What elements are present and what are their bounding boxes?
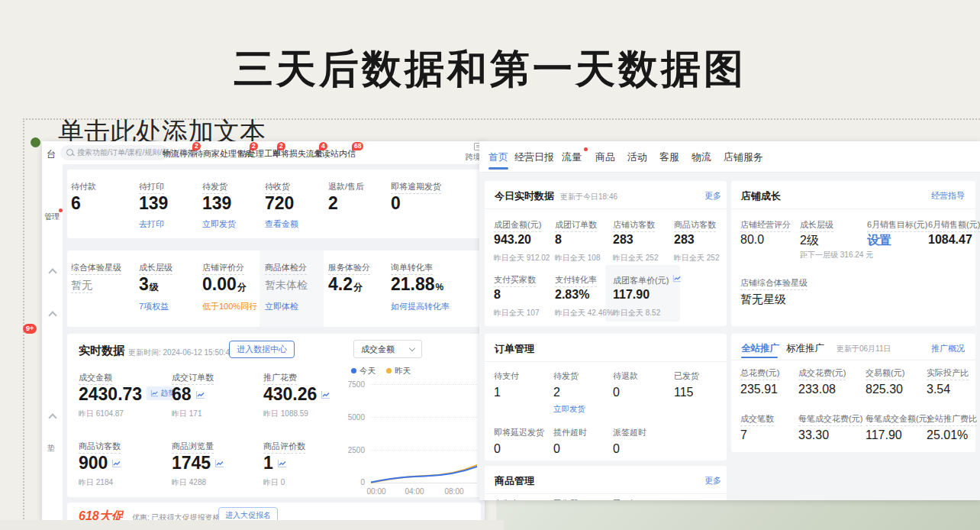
order-value: 115: [674, 386, 694, 399]
today-card-updated: 更新于今日18:46: [560, 192, 617, 202]
todo-value: 139: [202, 193, 231, 214]
check-now-link[interactable]: 立即体检: [265, 301, 298, 312]
metric-value: 80.0: [740, 233, 764, 247]
nav-logistics-stalled[interactable]: 物流停滞2: [163, 148, 196, 160]
ship-now-link[interactable]: 立即发货: [202, 218, 236, 230]
metric-label: 商品访客数: [79, 441, 121, 454]
score-card: 综合体验星级 暂无 成长层级 3级 7项权益 店铺评价分 0.00分 低于100…: [67, 250, 481, 327]
tab-shop-service[interactable]: 店铺服务: [724, 150, 763, 164]
sidebar-item-partial[interactable]: 垫: [47, 443, 55, 454]
chart-metric-select[interactable]: 成交金额: [353, 340, 422, 358]
below-peers-warning[interactable]: 低于100%同行: [202, 301, 257, 312]
metric-label: 成长层级: [800, 219, 833, 232]
score-value: 3: [139, 274, 149, 294]
metric-label: 6月销售额(元): [928, 219, 980, 232]
legend-dot-yesterday: [386, 368, 392, 373]
metric-label: 店铺访客数: [613, 219, 655, 232]
more-link[interactable]: 更多: [704, 475, 721, 486]
chevron-up-icon[interactable]: [48, 413, 56, 422]
legend-today[interactable]: 今天: [351, 366, 376, 376]
today-card-title: 今日实时数据: [495, 189, 554, 203]
todo-label: 退款/售后: [328, 181, 364, 192]
metric-sub: 昨日 4288: [172, 477, 206, 488]
order-value: 0: [494, 442, 501, 456]
gridline: [371, 384, 477, 385]
metric-label: 成交金额: [79, 372, 112, 385]
y-tick: 2500: [336, 446, 365, 454]
metric-label: 商品浏览量: [172, 441, 214, 454]
ads-value: 25.01%: [927, 428, 968, 442]
metric-label: 支付买家数: [494, 274, 536, 287]
todo-label: 待收货: [265, 181, 290, 194]
metric-label: 推广花费: [263, 372, 297, 385]
metric-value: 2430.73: [79, 384, 142, 404]
more-link[interactable]: 更多: [704, 190, 721, 202]
ship-now-link[interactable]: 立即发货: [553, 404, 585, 415]
chevron-up-icon[interactable]: [48, 268, 56, 276]
tab-daily-report[interactable]: 经营日报: [514, 150, 554, 164]
bottom-gray-band: [0, 520, 504, 530]
goods-label-partial: 出售中: [494, 498, 519, 500]
tab-goods[interactable]: 商品: [595, 150, 615, 164]
order-label: 待支付: [494, 370, 519, 382]
ads-label: 总花费(元): [740, 367, 779, 380]
order-label: 即将延迟发货: [494, 427, 544, 438]
todo-value: 720: [265, 193, 294, 214]
order-value: 0: [613, 386, 620, 399]
tab-standard-promo[interactable]: 标准推广: [786, 342, 824, 355]
ads-value: 825.30: [866, 383, 903, 396]
ads-value: 7: [740, 428, 747, 442]
star-level-label: 店铺综合体验星级: [740, 277, 808, 290]
tab-logistics[interactable]: 物流: [691, 150, 711, 164]
sidebar-red-dot: [59, 208, 63, 212]
legend-yesterday[interactable]: 昨天: [386, 366, 411, 376]
metric-sub: 昨日全天 108: [555, 253, 600, 263]
trend-icon: [111, 459, 121, 468]
metric-value: 1084.47: [928, 233, 972, 247]
tab-service[interactable]: 客服: [659, 150, 679, 164]
nav-unread-messages[interactable]: 未读站内信68: [314, 148, 356, 160]
sidebar-notification-badge: 9+: [23, 324, 37, 334]
ads-value: 235.91: [740, 383, 778, 396]
ads-label: 成交花费(元): [798, 367, 846, 380]
metric-sub: 昨日全天 252: [674, 253, 719, 263]
search-input[interactable]: 搜索功能/订单/课程/规则/帮助/服务: [60, 145, 169, 160]
goods-management-card: 商品管理 更多 出售中 已售罄 已下架: [485, 466, 727, 500]
todo-value: 139: [139, 193, 168, 214]
score-value: 暂未体检: [265, 279, 308, 292]
sidebar-item-manage[interactable]: 管理: [44, 212, 60, 222]
tab-home[interactable]: 首页: [488, 150, 508, 164]
divider: [485, 208, 727, 209]
score-label: 商品体检分: [265, 262, 307, 275]
todo-label: 待发货: [202, 181, 227, 194]
business-guide-link[interactable]: 经营指导: [931, 190, 965, 202]
metric-value: 430.26: [263, 384, 317, 404]
tab-activity[interactable]: 活动: [627, 150, 647, 164]
metric-value: 1745: [172, 453, 211, 473]
chevron-up-icon[interactable]: [48, 311, 56, 319]
score-label: 店铺评价分: [202, 262, 244, 275]
legend-dot-today: [351, 368, 356, 373]
rights-link[interactable]: 7项权益: [139, 301, 169, 312]
view-amount-link[interactable]: 查看金额: [265, 218, 298, 230]
tab-sitewide-promo[interactable]: 全站推广: [741, 342, 779, 355]
gridline: [371, 417, 477, 418]
bullet-dot: [31, 137, 40, 147]
traffic-red-dot: [584, 147, 588, 151]
tab-traffic[interactable]: 流量: [562, 150, 582, 164]
active-tab-underline: [488, 167, 508, 170]
set-target-link[interactable]: 设置: [867, 233, 891, 249]
trend-icon: [321, 390, 330, 399]
improve-conversion-link[interactable]: 如何提高转化率: [391, 301, 450, 312]
metric-value: 2.83%: [555, 288, 589, 302]
promo-overview-link[interactable]: 推广概况: [931, 343, 965, 354]
todo-value: 2: [328, 193, 338, 214]
score-value: 暂无: [71, 279, 92, 293]
trend-icon: [195, 390, 205, 399]
slide-canvas: 三天后数据和第一天数据图 单击此处添加文本 9+ 台 搜索功能/订单/课程/规则…: [0, 0, 980, 530]
left-dashboard-screenshot: 台 搜索功能/订单/课程/规则/帮助/服务 物流停滞2 待商家处理售后2 待处理…: [42, 141, 485, 522]
ads-value: 3.54: [927, 383, 950, 396]
go-print-link[interactable]: 去打印: [139, 218, 164, 230]
ads-value: 117.90: [866, 428, 902, 442]
enter-data-center-button[interactable]: 进入数据中心: [229, 341, 295, 358]
